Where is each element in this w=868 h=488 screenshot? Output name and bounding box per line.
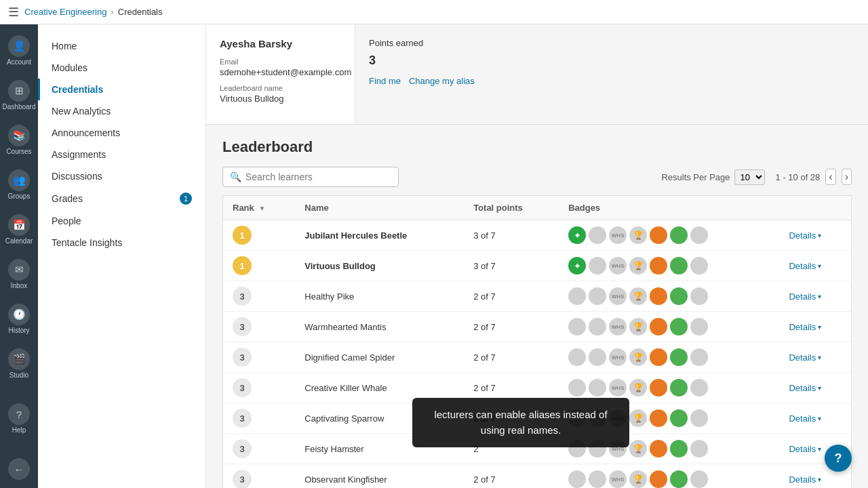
nav-people[interactable]: People xyxy=(38,210,205,232)
leaderboard-name-label: Leaderboard name xyxy=(220,84,341,92)
sidebar-item-calendar[interactable]: 📅 Calendar xyxy=(0,209,38,251)
rank-circle: 3 xyxy=(233,378,252,397)
sidebar-item-inbox[interactable]: ✉ Inbox xyxy=(0,253,38,296)
groups-label: Groups xyxy=(8,192,31,201)
badge-icon-5 xyxy=(670,440,688,458)
user-card: Ayesha Barsky Email sdemohe+student@exam… xyxy=(206,24,355,124)
change-alias-link[interactable]: Change my alias xyxy=(409,76,475,86)
details-button[interactable]: Details ▾ xyxy=(789,261,842,271)
badge-icon-0 xyxy=(568,318,586,336)
badge-icon-0 xyxy=(568,287,586,305)
details-button[interactable]: Details ▾ xyxy=(789,383,842,393)
cell-badges: WHS🏆 xyxy=(559,342,779,373)
studio-icon: 🎬 xyxy=(8,348,30,370)
next-page-button[interactable]: › xyxy=(842,169,852,185)
badge-icon-0 xyxy=(568,470,586,488)
cell-details[interactable]: Details ▾ xyxy=(779,312,851,342)
badge-icon-6 xyxy=(690,287,708,305)
nav-new-analytics[interactable]: New Analytics xyxy=(38,100,205,122)
hamburger-menu[interactable]: ☰ xyxy=(8,5,19,20)
rank-circle: 1 xyxy=(233,226,252,245)
breadcrumb-course[interactable]: Creative Engineering xyxy=(24,7,106,17)
user-name: Ayesha Barsky xyxy=(220,38,341,49)
details-chevron: ▾ xyxy=(818,415,821,422)
search-input[interactable] xyxy=(245,171,391,182)
nav-sidebar: Home Modules Credentials New Analytics A… xyxy=(38,24,206,488)
sidebar-item-courses[interactable]: 📚 Courses xyxy=(0,119,38,161)
badge-icon-0: ✦ xyxy=(568,257,586,274)
badge-icon-6 xyxy=(690,257,708,274)
badge-icon-5 xyxy=(670,226,688,244)
courses-icon: 📚 xyxy=(8,125,30,146)
details-button[interactable]: Details ▾ xyxy=(789,413,842,424)
cell-points: 3 of 7 xyxy=(464,220,559,251)
details-button[interactable]: Details ▾ xyxy=(789,230,842,241)
badge-icon-6 xyxy=(690,348,708,366)
badge-icon-5 xyxy=(670,348,688,366)
badge-icon-5 xyxy=(670,409,688,427)
results-per-page-select[interactable]: 10 25 50 xyxy=(734,169,765,185)
calendar-icon: 📅 xyxy=(8,214,30,236)
badge-icon-3: 🏆 xyxy=(629,348,647,366)
cell-details[interactable]: Details ▾ xyxy=(779,342,851,373)
nav-home[interactable]: Home xyxy=(38,35,205,57)
sidebar-item-dashboard[interactable]: ⊞ Dashboard xyxy=(0,75,38,117)
sidebar-collapse-btn[interactable]: ← xyxy=(0,453,38,488)
badges-container: WHS🏆 xyxy=(568,287,770,305)
nav-assignments[interactable]: Assignments xyxy=(38,144,205,165)
courses-label: Courses xyxy=(6,148,31,156)
details-button[interactable]: Details ▾ xyxy=(789,352,842,363)
help-button[interactable]: ? xyxy=(825,445,852,472)
badge-icon-1 xyxy=(589,257,606,274)
badge-icon-2: WHS xyxy=(609,470,627,488)
sidebar-item-history[interactable]: 🕐 History xyxy=(0,298,38,340)
dashboard-icon: ⊞ xyxy=(8,80,30,102)
find-me-link[interactable]: Find me xyxy=(369,76,401,86)
nav-announcements[interactable]: Announcements xyxy=(38,122,205,144)
nav-discussions[interactable]: Discussions xyxy=(38,165,205,187)
sidebar-item-help[interactable]: ? Help xyxy=(0,398,38,440)
badge-icon-3: 🏆 xyxy=(629,409,647,427)
badge-icon-4 xyxy=(650,470,667,488)
cell-details[interactable]: Details ▾ xyxy=(779,281,851,312)
cell-points: 2 of 7 xyxy=(464,342,559,373)
badge-icon-3: 🏆 xyxy=(629,226,647,244)
nav-grades[interactable]: Grades 1 xyxy=(38,187,205,210)
cell-rank: 3 xyxy=(223,312,296,342)
badge-icon-5 xyxy=(670,470,688,488)
badge-icon-4 xyxy=(650,409,667,427)
badge-icon-1 xyxy=(589,348,606,366)
details-button[interactable]: Details ▾ xyxy=(789,474,842,485)
calendar-label: Calendar xyxy=(5,237,33,245)
cell-badges: ✦WHS🏆 xyxy=(559,251,779,281)
icon-sidebar: 👤 Account ⊞ Dashboard 📚 Courses 👥 Groups… xyxy=(0,24,38,488)
nav-grades-label: Grades xyxy=(52,193,83,204)
cell-details[interactable]: Details ▾ xyxy=(779,403,851,434)
prev-page-button[interactable]: ‹ xyxy=(825,169,835,185)
cell-rank: 1 xyxy=(223,251,296,281)
sidebar-item-groups[interactable]: 👥 Groups xyxy=(0,164,38,206)
breadcrumb-current: Credentials xyxy=(118,7,163,17)
tooltip-overlay: lecturers can enable aliases instead of … xyxy=(412,398,629,447)
cell-details[interactable]: Details ▾ xyxy=(779,220,851,251)
col-rank[interactable]: Rank ▼ xyxy=(223,196,296,220)
cell-details[interactable]: Details ▾ xyxy=(779,373,851,403)
results-per-page-label: Results Per Page xyxy=(661,172,730,182)
sidebar-item-account[interactable]: 👤 Account xyxy=(0,30,38,72)
table-row: 3Healthy Pike2 of 7WHS🏆Details ▾ xyxy=(223,281,852,312)
details-button[interactable]: Details ▾ xyxy=(789,322,842,332)
badge-icon-5 xyxy=(670,318,688,336)
details-button[interactable]: Details ▾ xyxy=(789,291,842,302)
nav-credentials[interactable]: Credentials xyxy=(38,79,205,100)
help-icon: ? xyxy=(8,403,30,425)
top-section: Ayesha Barsky Email sdemohe+student@exam… xyxy=(206,24,868,125)
sidebar-item-studio[interactable]: 🎬 Studio xyxy=(0,343,38,385)
nav-modules[interactable]: Modules xyxy=(38,57,205,79)
cell-name: Virtuous Bulldog xyxy=(295,251,464,281)
nav-tentacle-insights[interactable]: Tentacle Insights xyxy=(38,232,205,253)
pagination-info: 1 - 10 of 28 ‹ › xyxy=(776,169,852,185)
rank-circle: 3 xyxy=(233,409,252,428)
badge-icon-2: WHS xyxy=(609,257,627,274)
cell-details[interactable]: Details ▾ xyxy=(779,251,851,281)
topbar: ☰ Creative Engineering › Credentials xyxy=(0,0,868,24)
